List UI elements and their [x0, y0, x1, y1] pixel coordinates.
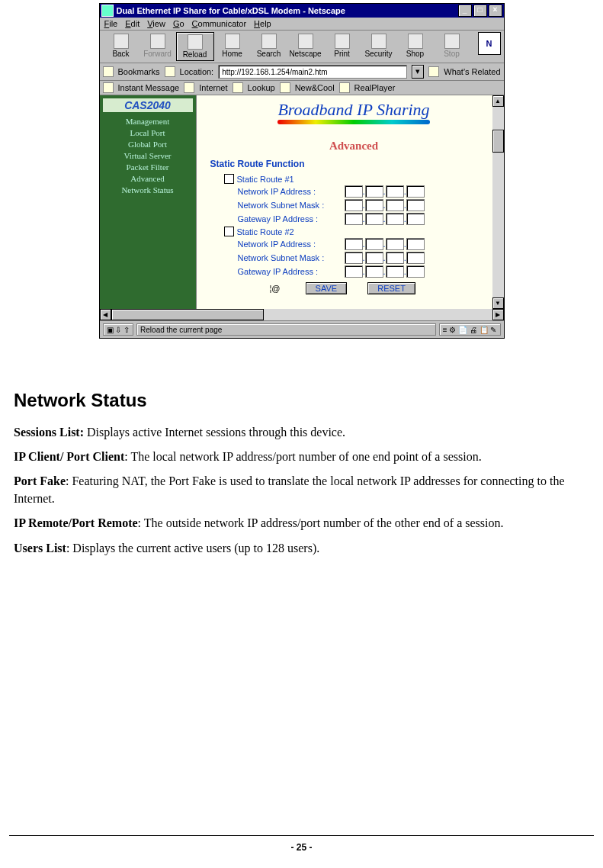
- document-body: Network Status Sessions List: Displays a…: [9, 339, 594, 557]
- menu-go[interactable]: Go: [173, 19, 184, 28]
- close-button[interactable]: ×: [489, 5, 502, 17]
- route-1-ip-label: Network IP Address :: [224, 187, 345, 196]
- route-2-ip-label: Network IP Address :: [224, 240, 345, 249]
- whats-related-label[interactable]: What's Related: [444, 67, 500, 76]
- ip-octet[interactable]: [345, 199, 363, 211]
- ip-octet[interactable]: [365, 238, 383, 250]
- ip-octet[interactable]: [386, 238, 404, 250]
- security-button[interactable]: Security: [361, 32, 397, 59]
- sidebar-item-local-port[interactable]: Local Port: [103, 128, 193, 137]
- maximize-button[interactable]: □: [473, 5, 487, 17]
- page-number: - 25 -: [0, 842, 603, 853]
- route-1-block: Static Route #1 Network IP Address : ...…: [224, 174, 498, 294]
- route-2-mask-label: Network Subnet Mask :: [224, 253, 345, 262]
- ip-octet[interactable]: [406, 185, 425, 198]
- ip-octet[interactable]: [345, 238, 363, 250]
- ip-octet[interactable]: [386, 213, 404, 225]
- ip-octet[interactable]: [365, 265, 383, 278]
- ip-octet[interactable]: [345, 265, 363, 278]
- window-title: Dual Ethernet IP Share for Cable/xDSL Mo…: [117, 6, 458, 15]
- sidebar-item-management[interactable]: Management: [103, 117, 193, 126]
- route-2-checkbox[interactable]: [224, 227, 234, 236]
- realplayer-icon[interactable]: [339, 82, 350, 93]
- stop-button[interactable]: Stop: [434, 32, 470, 59]
- sidebar-item-virtual-server[interactable]: Virtual Server: [103, 151, 193, 160]
- browser-window: Dual Ethernet IP Share for Cable/xDSL Mo…: [99, 3, 505, 339]
- status-pane-left: ▣ ⇩ ⇧: [103, 323, 134, 336]
- scroll-up-button[interactable]: ▲: [492, 95, 504, 107]
- link-internet[interactable]: Internet: [199, 83, 227, 92]
- scroll-right-button[interactable]: ▶: [492, 309, 504, 320]
- ip-octet[interactable]: [365, 252, 383, 264]
- print-button[interactable]: Print: [324, 32, 361, 59]
- link-realplayer[interactable]: RealPlayer: [354, 83, 396, 92]
- newcool-icon[interactable]: [280, 82, 290, 93]
- location-label: Location:: [180, 67, 214, 76]
- menubar: File Edit View Go Communicator Help: [100, 18, 504, 31]
- shop-button[interactable]: Shop: [397, 32, 434, 59]
- link-lookup[interactable]: Lookup: [248, 83, 275, 92]
- reload-button[interactable]: Reload: [176, 32, 214, 61]
- search-button[interactable]: Search: [251, 32, 287, 59]
- link-instant-message[interactable]: Instant Message: [118, 83, 180, 92]
- reset-button[interactable]: RESET: [367, 282, 415, 294]
- vertical-scrollbar[interactable]: ▲ ▼: [492, 95, 504, 309]
- sidebar-item-network-status[interactable]: Network Status: [103, 185, 193, 194]
- ip-octet[interactable]: [406, 213, 425, 225]
- route-2-label: Static Route #2: [237, 227, 294, 236]
- sidebar-item-global-port[interactable]: Global Port: [103, 140, 193, 149]
- main-pane: Broadband IP Sharing Advanced Static Rou…: [196, 95, 504, 309]
- minimize-button[interactable]: _: [458, 5, 472, 17]
- ip-octet[interactable]: [386, 185, 404, 198]
- horizontal-scrollbar[interactable]: ◀ ▶: [100, 309, 504, 320]
- whats-related-icon[interactable]: [428, 66, 439, 77]
- route-1-checkbox[interactable]: [224, 174, 234, 184]
- menu-help[interactable]: Help: [254, 19, 271, 28]
- ip-octet[interactable]: [406, 199, 425, 211]
- users-list-line: Users List: Displays the current active …: [14, 540, 589, 557]
- scroll-down-button[interactable]: ▼: [492, 297, 504, 309]
- link-newcool[interactable]: New&Cool: [295, 83, 335, 92]
- ip-octet[interactable]: [406, 238, 425, 250]
- ip-remote-line: IP Remote/Port Remote: The outside netwo…: [14, 515, 589, 532]
- ip-octet[interactable]: [345, 185, 363, 198]
- sidebar-item-advanced[interactable]: Advanced: [103, 174, 193, 183]
- scroll-thumb[interactable]: [111, 309, 264, 320]
- scroll-left-button[interactable]: ◀: [100, 309, 111, 320]
- bookmarks-label[interactable]: Bookmarks: [118, 67, 160, 76]
- ip-octet[interactable]: [345, 213, 363, 225]
- back-button[interactable]: Back: [103, 32, 140, 59]
- location-input[interactable]: http://192.168.1.254/main2.htm: [218, 65, 407, 79]
- route-1-label: Static Route #1: [237, 175, 294, 184]
- netscape-button[interactable]: Netscape: [287, 32, 324, 59]
- menu-file[interactable]: File: [104, 19, 118, 28]
- titlebar: Dual Ethernet IP Share for Cable/xDSL Mo…: [100, 4, 504, 18]
- ip-octet[interactable]: [386, 265, 404, 278]
- ip-octet[interactable]: [345, 252, 363, 264]
- port-fake-line: Port Fake: Featuring NAT, the Port Fake …: [14, 473, 589, 507]
- scroll-track[interactable]: [492, 107, 504, 297]
- scroll-track[interactable]: [111, 309, 492, 320]
- location-dropdown[interactable]: ▾: [412, 65, 424, 79]
- menu-view[interactable]: View: [147, 19, 165, 28]
- bookmarks-icon[interactable]: [103, 66, 114, 77]
- menu-communicator[interactable]: Communicator: [192, 19, 247, 28]
- scroll-thumb[interactable]: [492, 130, 504, 153]
- ip-octet[interactable]: [386, 252, 404, 264]
- ip-octet[interactable]: [406, 252, 425, 264]
- forward-button[interactable]: Forward: [140, 32, 176, 59]
- home-button[interactable]: Home: [214, 32, 251, 59]
- ip-octet[interactable]: [386, 199, 404, 211]
- ip-octet[interactable]: [365, 199, 383, 211]
- lookup-icon[interactable]: [233, 82, 243, 93]
- menu-edit[interactable]: Edit: [125, 19, 140, 28]
- sidebar-brand: CAS2040: [103, 98, 193, 112]
- save-button[interactable]: SAVE: [306, 282, 348, 294]
- ip-octet[interactable]: [406, 265, 425, 278]
- internet-icon[interactable]: [184, 82, 194, 93]
- sidebar-item-packet-filter[interactable]: Packet Filter: [103, 162, 193, 172]
- instant-message-icon[interactable]: [103, 82, 114, 93]
- ip-client-line: IP Client/ Port Client: The local networ…: [14, 448, 589, 465]
- ip-octet[interactable]: [365, 213, 383, 225]
- ip-octet[interactable]: [365, 185, 383, 198]
